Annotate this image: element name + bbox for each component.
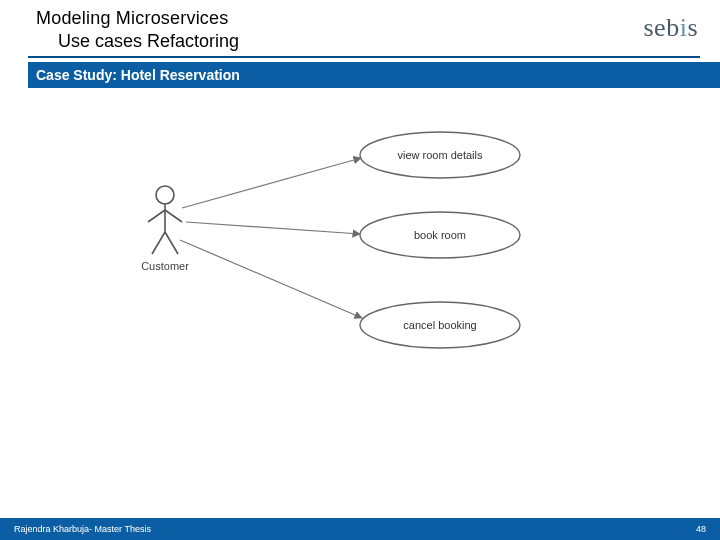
slide-footer: Rajendra Kharbuja- Master Thesis 48 [0, 518, 720, 540]
assoc-line-2 [180, 240, 362, 318]
header-rule [28, 56, 700, 58]
subtitle-bar: Case Study: Hotel Reservation [28, 62, 720, 88]
use-case-view-room-details: view room details [360, 132, 520, 178]
actor-label: Customer [141, 260, 189, 272]
svg-line-5 [165, 232, 178, 254]
footer-author: Rajendra Kharbuja- Master Thesis [14, 524, 151, 534]
svg-point-0 [156, 186, 174, 204]
assoc-line-0 [182, 158, 361, 208]
logo-prefix: seb [643, 13, 679, 42]
actor-customer-icon [148, 186, 182, 254]
use-case-diagram: Customer view room details book room can… [40, 100, 680, 480]
slide-root: Modeling Microservices Use cases Refacto… [0, 0, 720, 540]
svg-line-3 [165, 210, 182, 222]
diagram-svg: Customer view room details book room can… [40, 100, 680, 460]
assoc-line-1 [186, 222, 360, 234]
use-case-book-room: book room [360, 212, 520, 258]
use-case-label-2: cancel booking [403, 319, 476, 331]
sebis-logo: sebis [588, 8, 698, 48]
svg-line-4 [152, 232, 165, 254]
logo-suffix: s [687, 13, 698, 42]
use-case-label-0: view room details [398, 149, 483, 161]
svg-line-2 [148, 210, 165, 222]
use-case-cancel-booking: cancel booking [360, 302, 520, 348]
footer-page-number: 48 [696, 524, 706, 534]
use-case-label-1: book room [414, 229, 466, 241]
sebis-logo-text: sebis [643, 13, 698, 43]
subtitle-text: Case Study: Hotel Reservation [36, 67, 240, 83]
